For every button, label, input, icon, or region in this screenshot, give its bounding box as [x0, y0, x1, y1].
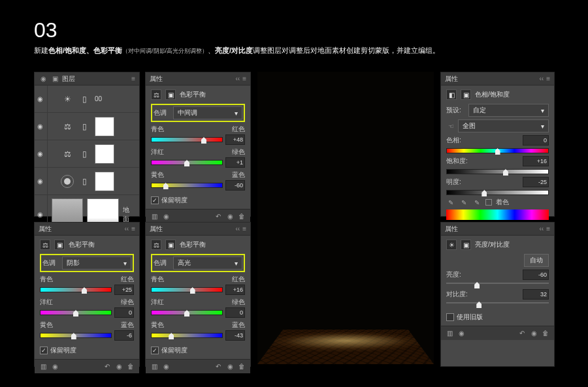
eye-icon[interactable]: ◉	[37, 150, 45, 158]
sat-value[interactable]: +16	[523, 156, 549, 166]
hue-value[interactable]: 0	[523, 135, 549, 146]
auto-button[interactable]: 自动	[524, 254, 549, 267]
eye-icon[interactable]: ◉	[37, 211, 45, 219]
mask-icon[interactable]: ▣	[165, 240, 176, 250]
layer-row[interactable]: ◉ ▯	[35, 168, 139, 195]
collapse-icon[interactable]: ‹‹	[539, 225, 544, 232]
eye-icon[interactable]: ◉	[37, 95, 45, 103]
cr-value[interactable]: +25	[114, 285, 134, 295]
layer-row[interactable]: ◉ ☀ ▯ 00	[35, 85, 139, 113]
brightness-slider[interactable]	[446, 283, 549, 284]
target-icon[interactable]: ◉	[457, 329, 466, 338]
panel-header: ◉ ▣ 图层 ≡	[35, 72, 139, 85]
yellow-blue-slider[interactable]	[151, 183, 223, 188]
mask-thumb[interactable]	[95, 144, 114, 164]
preserve-lum-label: 保留明度	[50, 346, 76, 355]
preset-dropdown[interactable]: 自定▾	[468, 104, 549, 117]
mg-value[interactable]: 0	[225, 307, 245, 318]
mask-thumb[interactable]	[95, 172, 114, 191]
yb-value[interactable]: -6	[114, 330, 134, 341]
target-icon[interactable]: ◉	[50, 362, 59, 371]
preserve-lum-checkbox[interactable]	[151, 196, 159, 204]
yellow-blue-slider[interactable]	[40, 333, 112, 338]
cr-value[interactable]: +48	[225, 134, 245, 145]
hue-slider[interactable]	[446, 148, 549, 153]
panel-menu-icon[interactable]: ≡	[242, 225, 246, 232]
brightness-label: 亮度:	[446, 270, 472, 279]
target-icon[interactable]: ◉	[161, 212, 171, 221]
tone-dropdown[interactable]: 阴影▾	[62, 256, 131, 270]
trash-icon[interactable]: 🗑	[126, 362, 135, 371]
collapse-icon[interactable]: ‹‹	[539, 75, 544, 82]
light-slider[interactable]	[446, 190, 549, 195]
cyan-label: 青色	[40, 275, 57, 284]
trash-icon[interactable]: 🗑	[237, 362, 246, 371]
reset-icon[interactable]: ↶	[214, 212, 223, 221]
visibility-icon[interactable]: ◉	[114, 362, 123, 371]
mask-thumb[interactable]	[95, 117, 114, 136]
mg-value[interactable]: 0	[114, 307, 134, 318]
eye-icon[interactable]: ◉	[37, 178, 45, 185]
contrast-value[interactable]: 32	[523, 289, 549, 300]
reset-icon[interactable]: ↶	[517, 329, 527, 338]
panel-menu-icon[interactable]: ≡	[131, 75, 135, 82]
trash-icon[interactable]: 🗑	[237, 212, 246, 221]
trash-icon[interactable]: 🗑	[541, 329, 550, 338]
clip-icon[interactable]: ▥	[445, 329, 454, 338]
mask-icon[interactable]: ▣	[461, 240, 471, 250]
clip-icon[interactable]: ▥	[150, 212, 159, 221]
layer-row[interactable]: ◉ ⚖ ▯	[35, 140, 139, 168]
mask-icon[interactable]: ▣	[54, 240, 65, 250]
cyan-red-slider[interactable]	[151, 137, 223, 142]
target-icon[interactable]: ◉	[161, 362, 171, 371]
brightness-value[interactable]: -60	[523, 270, 549, 280]
cyan-red-slider[interactable]	[40, 287, 112, 292]
sat-slider[interactable]	[446, 169, 549, 174]
clip-icon[interactable]: ▥	[39, 362, 48, 371]
eyedropper-plus-icon[interactable]: ✎	[459, 198, 468, 207]
legacy-checkbox[interactable]	[446, 313, 454, 321]
tone-dropdown[interactable]: 中间调▾	[173, 106, 242, 119]
layer-row[interactable]: ◉ ⚖ ▯	[35, 113, 139, 140]
finger-icon[interactable]: ☜	[446, 121, 455, 131]
panel-menu-icon[interactable]: ≡	[242, 75, 246, 82]
magenta-green-slider[interactable]	[151, 310, 223, 315]
visibility-icon[interactable]: ◉	[225, 362, 235, 371]
preserve-lum-checkbox[interactable]	[151, 347, 159, 354]
visibility-icon[interactable]: ◉	[529, 329, 538, 338]
collapse-icon[interactable]: ‹‹	[235, 225, 240, 232]
reset-icon[interactable]: ↶	[214, 362, 223, 371]
range-dropdown[interactable]: 全图▾	[458, 119, 549, 132]
mg-value[interactable]: +1	[225, 157, 245, 168]
magenta-label: 洋红	[151, 147, 168, 157]
panel-menu-icon[interactable]: ≡	[131, 225, 135, 232]
layer-label: 地面	[123, 206, 135, 224]
mask-icon[interactable]: ▣	[165, 89, 176, 100]
cr-value[interactable]: +16	[225, 285, 245, 295]
collapse-icon[interactable]: ‹‹	[124, 225, 129, 232]
preserve-lum-checkbox[interactable]	[40, 347, 48, 354]
legacy-label: 使用旧版	[457, 313, 483, 322]
panel-header: 属性 ‹‹≡	[441, 223, 554, 236]
magenta-green-slider[interactable]	[40, 310, 112, 315]
yb-value[interactable]: -43	[225, 330, 245, 341]
light-value[interactable]: -25	[523, 177, 549, 187]
colorize-checkbox[interactable]	[485, 199, 492, 206]
eyedropper-minus-icon[interactable]: ✎	[472, 198, 482, 207]
yellow-blue-slider[interactable]	[151, 333, 223, 338]
yb-value[interactable]: -60	[225, 180, 245, 191]
collapse-icon[interactable]: ‹‹	[235, 75, 240, 82]
mask-icon[interactable]: ▣	[461, 89, 471, 100]
clip-icon[interactable]: ▥	[150, 362, 159, 371]
panel-title: 属性	[39, 224, 52, 234]
panel-menu-icon[interactable]: ≡	[546, 75, 550, 82]
cyan-red-slider[interactable]	[151, 287, 223, 292]
eye-icon[interactable]: ◉	[37, 123, 45, 131]
magenta-green-slider[interactable]	[151, 160, 223, 165]
reset-icon[interactable]: ↶	[103, 362, 112, 371]
panel-menu-icon[interactable]: ≡	[546, 225, 550, 232]
tone-dropdown[interactable]: 高光▾	[173, 256, 242, 270]
eyedropper-icon[interactable]: ✎	[446, 198, 455, 207]
contrast-slider[interactable]	[446, 302, 549, 303]
visibility-icon[interactable]: ◉	[225, 212, 235, 221]
